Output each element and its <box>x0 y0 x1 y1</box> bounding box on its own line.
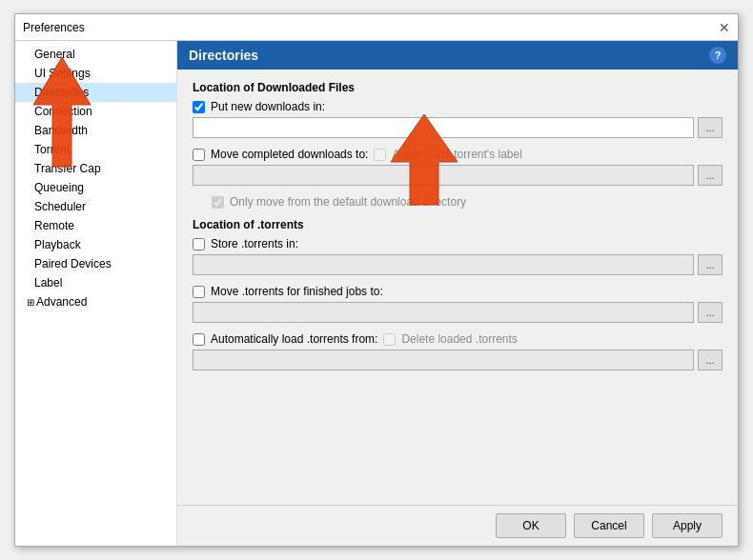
auto-load-label: Automatically load .torrents from: <box>211 332 377 346</box>
main-panel: Directories ? Location of Downloaded Fil… <box>177 41 738 546</box>
section2-title: Location of .torrents <box>193 218 722 231</box>
move-torrents-label: Move .torrents for finished jobs to: <box>211 285 383 298</box>
store-torrents-row: Store .torrents in: <box>193 237 722 250</box>
sidebar-item-connection[interactable]: Connection <box>15 102 176 121</box>
put-new-downloads-checkbox[interactable] <box>193 101 205 113</box>
sidebar-item-scheduler[interactable]: Scheduler <box>15 197 176 216</box>
only-move-row: Only move from the default download dire… <box>212 195 722 209</box>
move-torrents-checkbox[interactable] <box>193 286 205 298</box>
sidebar-item-label[interactable]: Label <box>15 273 176 292</box>
expand-icon: ⊞ <box>27 297 34 308</box>
footer: OK Cancel Apply <box>177 505 738 546</box>
auto-load-input-row: ... <box>193 350 722 370</box>
cancel-button[interactable]: Cancel <box>574 513 644 538</box>
move-completed-checkbox[interactable] <box>193 149 205 161</box>
append-label-label: Append the torrent's label <box>392 148 521 161</box>
sidebar-item-remote[interactable]: Remote <box>15 216 176 235</box>
move-torrents-browse[interactable]: ... <box>698 302 722 323</box>
delete-loaded-label: Delete loaded .torrents <box>401 332 517 346</box>
move-completed-input[interactable] <box>193 165 694 186</box>
store-torrents-input[interactable] <box>193 254 694 275</box>
apply-button[interactable]: Apply <box>652 513 722 538</box>
put-new-downloads-browse[interactable]: ... <box>698 117 722 138</box>
append-label-checkbox[interactable] <box>374 149 386 161</box>
auto-load-input[interactable] <box>193 350 694 370</box>
preferences-window: Preferences ✕ General UI Settings Direct… <box>14 13 739 547</box>
auto-load-row: Automatically load .torrents from: Delet… <box>193 332 722 346</box>
sidebar-item-queueing[interactable]: Queueing <box>15 178 176 197</box>
panel-header-title: Directories <box>189 48 258 63</box>
sidebar-item-directories[interactable]: Directories <box>15 83 176 102</box>
store-torrents-input-row: ... <box>193 254 722 275</box>
panel-header: Directories ? <box>177 41 738 70</box>
store-torrents-checkbox[interactable] <box>193 238 205 250</box>
move-completed-input-row: ... <box>193 165 722 186</box>
sidebar-item-bandwidth[interactable]: Bandwidth <box>15 121 176 140</box>
move-completed-label: Move completed downloads to: <box>211 148 368 161</box>
sidebar: General UI Settings Directories Connecti… <box>15 41 177 546</box>
close-button[interactable]: ✕ <box>719 21 730 34</box>
only-move-checkbox[interactable] <box>212 196 224 209</box>
auto-load-checkbox[interactable] <box>193 333 205 346</box>
ok-button[interactable]: OK <box>496 513 566 538</box>
sidebar-item-ui-settings[interactable]: UI Settings <box>15 64 176 83</box>
section1-title: Location of Downloaded Files <box>193 81 722 94</box>
help-button[interactable]: ? <box>709 47 726 64</box>
sidebar-item-torrent[interactable]: Torrent <box>15 140 176 159</box>
move-torrents-row: Move .torrents for finished jobs to: <box>193 285 722 298</box>
window-title: Preferences <box>23 21 85 34</box>
sidebar-item-advanced[interactable]: ⊞Advanced <box>15 292 176 311</box>
put-new-downloads-input[interactable] <box>193 117 694 138</box>
store-torrents-label: Store .torrents in: <box>211 237 298 250</box>
put-new-downloads-row: Put new downloads in: <box>193 100 722 113</box>
move-torrents-input-row: ... <box>193 302 722 323</box>
main-content: General UI Settings Directories Connecti… <box>15 41 738 546</box>
move-completed-row: Move completed downloads to: Append the … <box>193 148 722 161</box>
put-new-downloads-label: Put new downloads in: <box>211 100 325 113</box>
store-torrents-browse[interactable]: ... <box>698 254 722 275</box>
auto-load-browse[interactable]: ... <box>698 350 722 370</box>
put-new-downloads-input-row: ... <box>193 117 722 138</box>
titlebar: Preferences ✕ <box>15 14 738 41</box>
sidebar-item-general[interactable]: General <box>15 45 176 64</box>
only-move-label: Only move from the default download dire… <box>230 195 466 209</box>
panel-body: Location of Downloaded Files Put new dow… <box>177 70 738 505</box>
move-torrents-input[interactable] <box>193 302 694 323</box>
delete-loaded-checkbox[interactable] <box>383 333 396 346</box>
sidebar-item-transfer-cap[interactable]: Transfer Cap <box>15 159 176 178</box>
sidebar-item-playback[interactable]: Playback <box>15 235 176 254</box>
sidebar-item-paired-devices[interactable]: Paired Devices <box>15 254 176 273</box>
move-completed-browse[interactable]: ... <box>698 165 722 186</box>
